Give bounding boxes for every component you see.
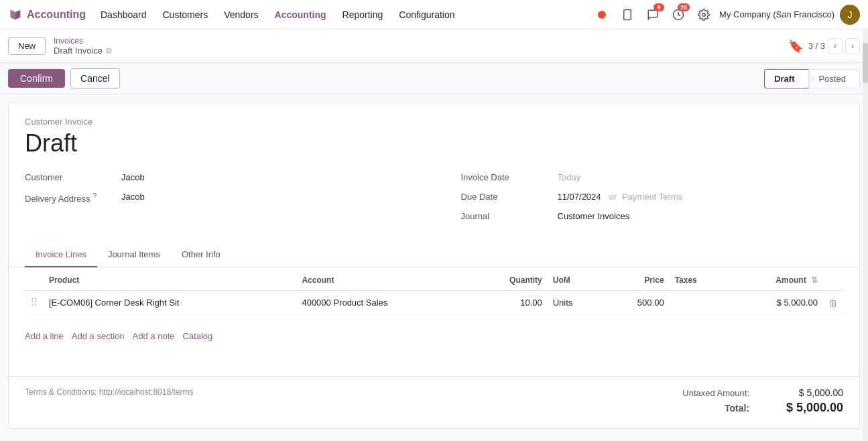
status-step-posted[interactable]: Posted — [809, 69, 860, 88]
company-name[interactable]: My Company (San Francisco) — [719, 9, 834, 19]
nav-item-reporting[interactable]: Reporting — [336, 5, 390, 24]
untaxed-label: Untaxed Amount: — [656, 388, 749, 398]
product-col-header: Product — [44, 270, 296, 291]
svg-point-0 — [598, 11, 606, 19]
total-label: Total: — [656, 403, 749, 414]
spacer — [9, 344, 859, 376]
nav-item-accounting[interactable]: Accounting — [268, 5, 333, 24]
form-right: Invoice Date Today Due Date 11/07/2024 o… — [434, 171, 844, 229]
red-dot-icon[interactable] — [592, 5, 612, 25]
cancel-button[interactable]: Cancel — [70, 68, 120, 88]
title-bar-right: 🔖 3 / 3 ‹ › — [788, 38, 860, 54]
status-pipeline: Draft › Posted — [764, 69, 860, 88]
total-value: $ 5,000.00 — [776, 401, 843, 415]
quantity-col-header: Quantity — [470, 270, 548, 291]
customer-label: Customer — [25, 171, 119, 182]
add-note-link[interactable]: Add a note — [133, 331, 175, 341]
add-section-link[interactable]: Add a section — [72, 331, 125, 341]
product-cell[interactable]: [E-COM06] Corner Desk Right Sit — [44, 291, 296, 315]
topnav-right: 9 28 My Company (San Francisco) J — [592, 5, 860, 25]
scrollbar-thumb[interactable] — [863, 43, 868, 83]
chat-icon[interactable]: 9 — [643, 5, 663, 25]
delete-col — [823, 270, 843, 291]
user-avatar[interactable]: J — [840, 5, 860, 25]
invoice-lines-table: Product Account Quantity UoM Price Taxes… — [25, 270, 843, 315]
journal-field: Journal Customer Invoices — [461, 210, 844, 223]
delivery-value[interactable]: Jacob — [119, 190, 408, 203]
table-header-row: Product Account Quantity UoM Price Taxes… — [25, 270, 843, 291]
svg-rect-1 — [624, 9, 631, 19]
delete-row-button[interactable]: 🗑 — [828, 298, 838, 308]
invoice-date-label: Invoice Date — [461, 171, 555, 182]
nav-item-vendors[interactable]: Vendors — [217, 5, 265, 24]
price-cell[interactable]: 500.00 — [603, 291, 670, 315]
nav-item-dashboard[interactable]: Dashboard — [94, 5, 153, 24]
customer-value[interactable]: Jacob — [119, 171, 408, 184]
action-bar: Confirm Cancel Draft › Posted — [0, 63, 868, 94]
status-step-draft[interactable]: Draft › — [764, 69, 808, 88]
amount-sort-icon[interactable]: ⇅ — [811, 275, 818, 285]
delivery-address-field: Delivery Address ? Jacob — [25, 190, 408, 204]
due-date-field: Due Date 11/07/2024 or Payment Terms — [461, 190, 844, 203]
confirm-button[interactable]: Confirm — [8, 69, 65, 88]
svg-point-4 — [702, 13, 706, 16]
form-grid: Customer Jacob Delivery Address ? Jacob … — [25, 171, 843, 229]
account-cell[interactable]: 400000 Product Sales — [296, 291, 469, 315]
app-title: Accounting — [27, 9, 86, 21]
journal-label: Journal — [461, 210, 555, 221]
uom-cell[interactable]: Units — [548, 291, 603, 315]
scrollbar-track[interactable] — [863, 29, 868, 437]
delete-cell: 🗑 — [823, 291, 843, 315]
uom-col-header: UoM — [548, 270, 603, 291]
new-button[interactable]: New — [8, 37, 46, 55]
app-logo[interactable]: Accounting — [8, 7, 86, 22]
customer-field: Customer Jacob — [25, 171, 408, 184]
drag-handle-cell: ⠿ — [25, 291, 44, 315]
bookmark-button[interactable]: 🔖 — [788, 39, 803, 54]
nav-item-configuration[interactable]: Configuration — [392, 5, 461, 24]
drag-col — [25, 270, 44, 291]
due-date-row: 11/07/2024 or Payment Terms — [555, 190, 683, 203]
invoice-date-field: Invoice Date Today — [461, 171, 844, 184]
add-line-link[interactable]: Add a line — [25, 331, 64, 341]
journal-value[interactable]: Customer Invoices — [555, 210, 844, 223]
untaxed-row: Untaxed Amount: $ 5,000.00 — [656, 387, 843, 398]
next-record-button[interactable]: › — [845, 38, 860, 54]
breadcrumb-gear-icon[interactable]: ⚙ — [105, 46, 113, 56]
taxes-cell[interactable] — [670, 291, 729, 315]
total-row: Total: $ 5,000.00 — [656, 401, 843, 415]
delivery-help-icon[interactable]: ? — [92, 192, 97, 200]
title-bar: New Invoices Draft Invoice ⚙ 🔖 3 / 3 ‹ › — [0, 29, 868, 63]
taxes-col-header: Taxes — [670, 270, 729, 291]
activity-icon[interactable]: 28 — [668, 5, 688, 25]
amount-col-header: Amount ⇅ — [729, 270, 823, 291]
totals: Untaxed Amount: $ 5,000.00 Total: $ 5,00… — [656, 387, 843, 418]
drag-handle-icon[interactable]: ⠿ — [30, 297, 38, 308]
prev-record-button[interactable]: ‹ — [828, 38, 843, 54]
svg-text:J: J — [848, 9, 853, 20]
payment-terms[interactable]: Payment Terms — [622, 192, 682, 202]
invoice-date-value[interactable]: Today — [555, 171, 844, 184]
terms-value: http://localhost:8018/terms — [99, 387, 194, 397]
tab-journal-items[interactable]: Journal Items — [97, 243, 171, 267]
document-type: Customer Invoice — [25, 117, 843, 127]
due-date-value[interactable]: 11/07/2024 — [555, 190, 604, 203]
nav-item-customers[interactable]: Customers — [156, 5, 215, 24]
tabs-bar: Invoice Lines Journal Items Other Info — [9, 243, 859, 267]
quantity-cell[interactable]: 10.00 — [470, 291, 548, 315]
untaxed-value: $ 5,000.00 — [776, 387, 843, 398]
settings-icon[interactable] — [694, 5, 714, 25]
catalog-link[interactable]: Catalog — [183, 331, 213, 341]
or-text: or — [609, 192, 617, 202]
add-links: Add a line Add a section Add a note Cata… — [9, 326, 859, 344]
form-left: Customer Jacob Delivery Address ? Jacob — [25, 171, 434, 229]
form-section: Customer Invoice Draft Customer Jacob De… — [9, 103, 859, 243]
chat-badge: 9 — [654, 3, 664, 11]
tab-invoice-lines[interactable]: Invoice Lines — [25, 243, 97, 267]
status-arrow-icon: › — [811, 72, 815, 86]
tab-other-info[interactable]: Other Info — [171, 243, 231, 267]
table-row: ⠿ [E-COM06] Corner Desk Right Sit 400000… — [25, 291, 843, 315]
phone-icon[interactable] — [617, 5, 637, 25]
breadcrumb-link[interactable]: Invoices — [54, 36, 113, 46]
main-content: Customer Invoice Draft Customer Jacob De… — [8, 103, 860, 429]
